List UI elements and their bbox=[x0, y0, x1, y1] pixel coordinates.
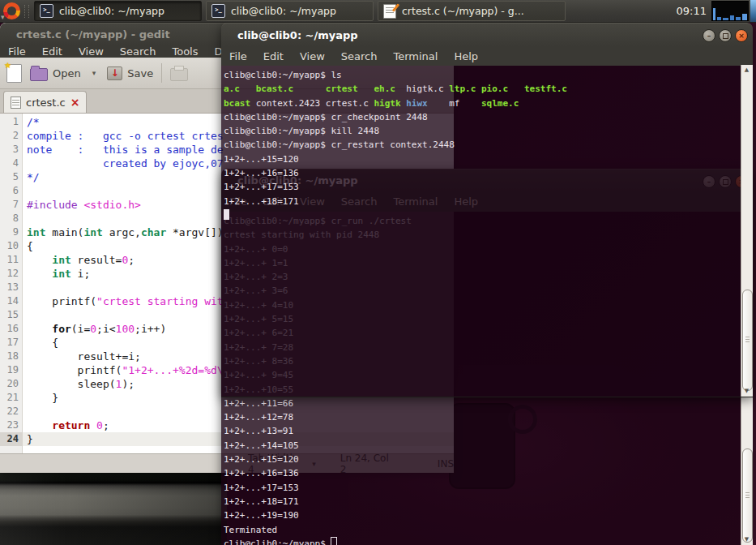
line-number: 12 bbox=[0, 267, 22, 281]
tab-label: crtest.c bbox=[26, 97, 66, 109]
maximize-button[interactable] bbox=[719, 29, 732, 42]
scroll-down-button[interactable]: ▼ bbox=[741, 534, 752, 545]
scrollbar-thumb[interactable] bbox=[742, 448, 753, 543]
line-number: 9 bbox=[0, 225, 22, 239]
open-dropdown-button[interactable]: ▾ bbox=[89, 69, 100, 77]
terminal-line: 1+2+...+17=153 bbox=[224, 481, 740, 495]
tab-close-icon[interactable]: × bbox=[70, 97, 80, 108]
terminal-line: a.c bcast.c crtest eh.c higtk.c ltp.c pi… bbox=[224, 82, 740, 96]
line-number: 13 bbox=[0, 281, 22, 294]
menu-item-terminal[interactable]: Terminal bbox=[385, 50, 446, 62]
terminal-line: bcast context.2423 crtest.c higtk hiwx m… bbox=[224, 97, 740, 110]
taskbar-item-label: crtest.c (~/myapp) - g... bbox=[402, 5, 524, 17]
print-button[interactable] bbox=[170, 66, 188, 81]
line-number: 24 bbox=[0, 432, 22, 446]
terminal-front-scrollbar[interactable]: ▲ ▼ bbox=[741, 65, 753, 397]
terminal-icon: >_ bbox=[40, 4, 53, 18]
scroll-up-button[interactable]: ▲ bbox=[741, 65, 752, 75]
ubuntu-logo-icon[interactable] bbox=[3, 2, 20, 19]
menu-item-help[interactable]: Help bbox=[446, 50, 486, 62]
scrollbar-thumb[interactable] bbox=[742, 290, 753, 391]
line-number: 22 bbox=[0, 405, 22, 418]
gedit-title: crtest.c (~/myapp) - gedit bbox=[0, 28, 170, 41]
gedit-icon bbox=[383, 4, 396, 19]
line-number: 10 bbox=[0, 239, 22, 253]
terminal-line: clib@clib0:~/myapp$ ls bbox=[224, 68, 740, 82]
terminal-front-menubar: FileEditViewSearchTerminalHelp bbox=[221, 46, 753, 66]
menu-item-file[interactable]: File bbox=[0, 45, 34, 58]
terminal-line: 1+2+...+19=190 bbox=[224, 509, 740, 522]
menu-item-edit[interactable]: Edit bbox=[255, 50, 292, 62]
panel-edge-indicator bbox=[750, 0, 756, 22]
menu-item-tools[interactable]: Tools bbox=[164, 45, 206, 58]
top-panel: ▾ >_clib@clib0: ~/myapp>_clib@clib0: ~/m… bbox=[0, 0, 756, 23]
terminal-line: 1+2+...+16=136 bbox=[224, 466, 740, 480]
tab-crtest[interactable]: crtest.c × bbox=[3, 91, 87, 113]
save-button-label: Save bbox=[127, 67, 153, 79]
menu-item-search[interactable]: Search bbox=[112, 45, 164, 58]
line-number: 3 bbox=[0, 143, 22, 157]
terminal-line: 1+2+...+18=171 bbox=[224, 495, 740, 509]
save-icon: ↓ bbox=[107, 67, 122, 80]
minimize-button[interactable]: – bbox=[703, 29, 715, 42]
menu-item-search[interactable]: Search bbox=[333, 50, 386, 62]
line-number: 15 bbox=[0, 308, 22, 322]
terminal-line: 1+2+...+18=171 bbox=[224, 195, 740, 208]
terminal-cursor bbox=[224, 209, 229, 220]
terminal-line: 1+2+...+16=136 bbox=[224, 166, 740, 180]
line-number: 5 bbox=[0, 170, 22, 184]
system-monitor-graph[interactable] bbox=[711, 1, 749, 21]
chevron-down-icon: ▾ bbox=[1, 13, 5, 21]
line-number: 6 bbox=[0, 184, 22, 198]
open-button-label: Open bbox=[53, 67, 81, 79]
new-document-icon: ★ bbox=[6, 64, 22, 83]
menu-item-view[interactable]: View bbox=[292, 50, 333, 62]
terminal-line: clib@clib0:~/myapp$ bbox=[224, 537, 740, 545]
line-number: 4 bbox=[0, 157, 22, 170]
line-number: 18 bbox=[0, 350, 22, 363]
line-number: 14 bbox=[0, 294, 22, 308]
terminal-line: 1+2+...+14=105 bbox=[224, 439, 740, 453]
menu-item-file[interactable]: File bbox=[221, 50, 255, 62]
terminal-line: 1+2+...+12=78 bbox=[224, 410, 740, 424]
open-folder-icon bbox=[30, 68, 48, 81]
line-number: 17 bbox=[0, 336, 22, 350]
line-number-gutter: 123456789101112131415161718192021222324 bbox=[0, 114, 23, 453]
terminal-icon: >_ bbox=[211, 4, 225, 18]
line-number: 1 bbox=[0, 115, 22, 129]
terminal-line: 1+2+...+15=120 bbox=[224, 453, 740, 466]
terminal-front-titlebar[interactable]: clib@clib0: ~/myapp – × bbox=[221, 23, 753, 46]
terminal-line: clib@clib0:~/myapp$ cr_checkpoint 2448 bbox=[224, 110, 740, 124]
menu-item-edit[interactable]: Edit bbox=[34, 45, 70, 58]
taskbar-item-label: clib@clib0: ~/myapp bbox=[231, 5, 336, 17]
terminal-line: 1+2+...+11=66 bbox=[224, 397, 740, 410]
line-number: 20 bbox=[0, 377, 22, 391]
taskbar-item[interactable]: >_clib@clib0: ~/myapp bbox=[34, 1, 202, 21]
save-button[interactable]: ↓ Save bbox=[107, 67, 153, 80]
line-number: 19 bbox=[0, 363, 22, 377]
clock[interactable]: 09:11 bbox=[677, 5, 707, 17]
terminal-front-content[interactable]: clib@clib0:~/myapp$ lsa.c bcast.c crtest… bbox=[221, 66, 753, 397]
terminal-front-title: clib@clib0: ~/myapp bbox=[221, 29, 358, 41]
line-number: 2 bbox=[0, 129, 22, 143]
close-button[interactable]: × bbox=[735, 29, 748, 42]
terminal-window-front: clib@clib0: ~/myapp – × FileEditViewSear… bbox=[221, 23, 753, 397]
line-number: 21 bbox=[0, 391, 22, 405]
taskbar-item[interactable]: >_clib@clib0: ~/myapp bbox=[206, 1, 374, 21]
open-button[interactable]: Open bbox=[30, 65, 81, 81]
terminal-line bbox=[224, 208, 740, 222]
line-number: 16 bbox=[0, 322, 22, 336]
line-number: 23 bbox=[0, 418, 22, 432]
document-icon bbox=[11, 97, 21, 109]
terminal-front-window-controls: – × bbox=[703, 29, 748, 42]
terminal-line: clib@clib0:~/myapp$ kill 2448 bbox=[224, 124, 740, 138]
panel-drag-handle[interactable] bbox=[24, 5, 29, 18]
scroll-down-button[interactable]: ▼ bbox=[741, 386, 752, 397]
printer-icon bbox=[170, 68, 188, 81]
menu-item-view[interactable]: View bbox=[70, 45, 112, 58]
terminal-cursor bbox=[331, 537, 337, 545]
new-document-button[interactable]: ★ bbox=[6, 64, 22, 83]
taskbar-item[interactable]: crtest.c (~/myapp) - g... bbox=[378, 1, 566, 21]
terminal-line: 1+2+...+15=120 bbox=[224, 152, 740, 166]
wallpaper-shelf-photo bbox=[0, 473, 227, 545]
